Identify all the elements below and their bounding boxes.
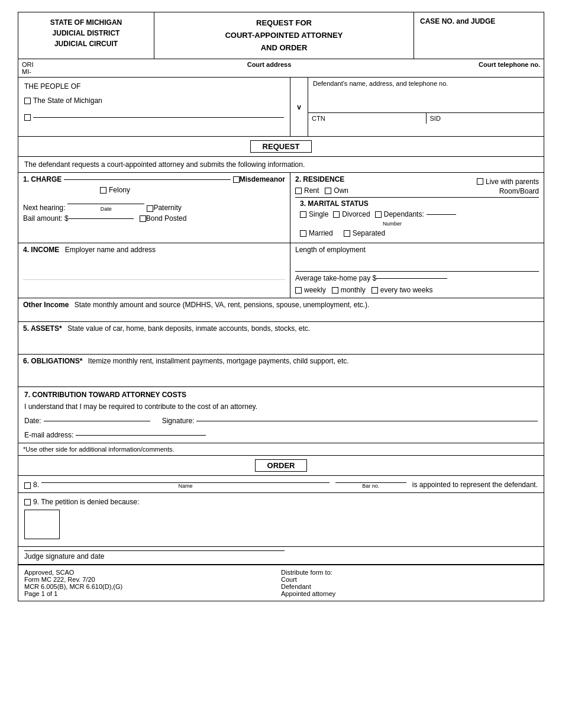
every-two-weeks-checkbox[interactable] (372, 287, 378, 294)
separated-checkbox[interactable] (344, 230, 350, 237)
barno-section: Bar no. (335, 482, 406, 489)
live-parents-checkbox[interactable] (477, 178, 483, 185)
title-line2: COURT-APPOINTED ATTORNEY (160, 30, 408, 42)
live-parents-label: Live with parents (486, 178, 539, 186)
signature-label: Signature: (162, 417, 195, 425)
court-telephone-label: Court telephone no. (445, 61, 540, 75)
signature-input[interactable] (196, 421, 538, 421)
dependants-checkbox[interactable] (375, 211, 382, 218)
divorced-checkbox[interactable] (333, 211, 340, 218)
sid-cell: SID (427, 113, 544, 124)
title-line1: REQUEST FOR (160, 17, 408, 30)
defendant-info-label: Defendant's name, address, and telephone… (313, 80, 448, 87)
charge-field[interactable] (64, 179, 231, 180)
request-title: REQUEST (250, 140, 312, 153)
sig-field: Signature: (162, 417, 538, 425)
footer-left: Approved, SCAO Form MC 222, Rev. 7/20 MC… (24, 569, 281, 597)
case-no-label: CASE NO. and JUDGE (420, 17, 538, 25)
form-label: Form MC 222, Rev. 7/20 (24, 576, 281, 583)
contribution-row: 7. CONTRIBUTION TOWARD ATTORNEY COSTS I … (18, 387, 544, 443)
email-input[interactable] (76, 435, 206, 436)
residence-title: 2. RESIDENCE (295, 175, 348, 183)
rent-checkbox[interactable] (295, 188, 302, 194)
room-board-row: Room/Board (477, 187, 539, 195)
rent-row: Rent (295, 186, 319, 195)
mi-label: MI- (22, 68, 93, 75)
paternity-checkbox[interactable] (147, 205, 153, 212)
dependants-label: Dependants: (384, 210, 424, 218)
weekly-checkbox[interactable] (295, 287, 302, 294)
request-title-row: REQUEST (18, 137, 544, 157)
married-checkbox[interactable] (300, 230, 306, 237)
header-left: STATE OF MICHIGAN JUDICIAL DISTRICT JUDI… (18, 12, 154, 59)
bail-label: Bail amount: $ (23, 214, 69, 223)
date-input[interactable] (44, 421, 150, 421)
single-row: Single (300, 210, 328, 218)
single-label: Single (309, 210, 328, 218)
avg-row: Average take-home pay $ (295, 274, 539, 282)
separated-row: Separated (344, 229, 385, 237)
paternity-label: Paternity (153, 204, 181, 212)
bail-row: Bail amount: $ Bond Posted (23, 214, 285, 223)
employer-label: Employer name and address (65, 246, 156, 254)
assets-desc: State value of car, home, bank deposits,… (67, 324, 310, 333)
footnote-text: *Use other side for additional informati… (23, 446, 175, 453)
obligations-desc: Itemize monthly rent, installment paymen… (88, 357, 349, 365)
state-checkbox[interactable] (24, 98, 31, 104)
contribution-text: I understand that I may be required to c… (24, 402, 538, 411)
own-label: Own (334, 186, 348, 195)
every-two-weeks-label: every two weeks (380, 286, 433, 294)
monthly-checkbox[interactable] (332, 287, 338, 294)
header-right: CASE NO. and JUDGE (414, 12, 544, 59)
charge-label: 1. CHARGE (23, 175, 62, 183)
own-checkbox[interactable] (325, 188, 331, 194)
charge-residence-row: 1. CHARGE Misdemeanor Felony Next hearin… (18, 173, 544, 243)
order-9-text: 9. The petition is denied because: (33, 498, 139, 506)
ori-row: ORI MI- Court address Court telephone no… (18, 59, 544, 78)
felony-checkbox[interactable] (100, 187, 106, 194)
pay-options: weekly monthly every two weeks (295, 285, 539, 295)
obligations-label: 6. OBLIGATIONS* (23, 357, 82, 365)
bond-posted-checkbox[interactable] (140, 215, 146, 222)
people-of-label: THE PEOPLE OF (24, 82, 284, 91)
people-defendant-row: THE PEOPLE OF The State of Michigan v De… (18, 78, 544, 137)
approved-label: Approved, SCAO (24, 569, 281, 576)
denial-text-box[interactable] (24, 510, 60, 539)
judge-sig-row: Judge signature and date (18, 547, 544, 565)
email-label: E-mail address: (24, 431, 73, 439)
versus-label: v (290, 78, 308, 136)
order-8-checkbox[interactable] (24, 482, 31, 489)
dependants-row: Dependants: (375, 210, 456, 218)
length-label: Length of employment (295, 246, 539, 254)
date-sublabel: Date (67, 206, 144, 212)
single-checkbox[interactable] (300, 211, 306, 218)
order-9-checkbox[interactable] (24, 499, 31, 505)
defendant-info-field[interactable]: Defendant's name, address, and telephone… (308, 78, 544, 113)
income-left: 4. INCOME Employer name and address (18, 243, 290, 298)
defendant-checkbox[interactable] (24, 114, 31, 121)
footer-row: Approved, SCAO Form MC 222, Rev. 7/20 MC… (18, 565, 544, 601)
divorced-label: Divorced (342, 210, 370, 218)
assets-label: 5. ASSETS* (23, 324, 62, 333)
order-8-suffix: is appointed to represent the defendant. (412, 481, 538, 489)
employer-field[interactable] (23, 256, 285, 280)
married-row: Married (300, 229, 333, 237)
judge-sig-label: Judge signature and date (24, 552, 104, 561)
avg-pay-field[interactable] (376, 278, 447, 279)
length-field[interactable] (295, 255, 539, 272)
ctn-label: CTN (312, 115, 325, 122)
judicial-district-label: JUDICIAL DISTRICT (24, 28, 148, 38)
monthly-label: monthly (341, 286, 366, 294)
marital-options: Single Divorced Dependants: (300, 209, 534, 220)
court-address-label: Court address (93, 61, 445, 75)
misdemeanor-checkbox[interactable] (233, 176, 240, 183)
next-hearing-field[interactable] (67, 204, 144, 204)
dependants-field[interactable] (427, 214, 456, 215)
live-parents-row: Live with parents (477, 178, 539, 186)
bail-field[interactable] (69, 218, 134, 219)
avg-label: Average take-home pay (295, 274, 370, 282)
defendant-name-field[interactable] (33, 117, 284, 118)
contribution-title: 7. CONTRIBUTION TOWARD ATTORNEY COSTS (24, 391, 538, 399)
next-hearing-label: Next hearing: (23, 204, 65, 212)
footer-right: Distribute form to: Court Defendant Appo… (281, 569, 538, 597)
